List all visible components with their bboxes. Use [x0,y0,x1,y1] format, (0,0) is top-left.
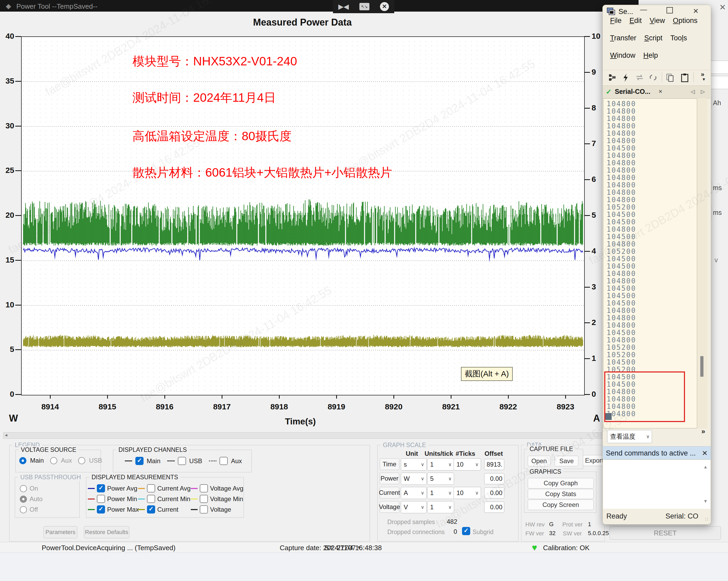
menu-transfer[interactable]: Transfer [610,34,636,42]
terminal-line: 104800 [603,130,707,137]
terminal-line: 105200 [603,203,707,211]
scale-current-ticks-combo[interactable]: 10∨ [453,487,481,499]
send-bar-close-icon[interactable]: ✕ [702,449,708,458]
resize-grip-icon[interactable]: ∷ [705,517,709,522]
menu-view[interactable]: View [650,17,665,25]
scroll-left-icon[interactable]: ◄ [4,433,8,438]
scale-power-unit-combo[interactable]: W∨ [401,473,427,485]
terminal-scrollbar-thumb[interactable] [700,356,703,377]
measurement-checkbox-current-avg[interactable] [147,484,155,492]
save-button[interactable]: Save [555,456,578,466]
terminal-line: 104500 [603,262,707,270]
parameters-button[interactable]: Parameters [44,526,77,538]
scale-current-unit-combo[interactable]: A∨ [401,487,427,499]
session-manager-icon[interactable] [608,73,616,82]
serial-number-dropdown-icon[interactable]: ▼ [357,545,362,550]
status-serial-number[interactable]: S#: 27707 [324,544,356,552]
subgrid-checkbox[interactable] [462,527,470,535]
send-commands-bar[interactable]: Send commands to active ... ✕ [603,446,711,460]
channel-checkbox-main[interactable] [135,457,144,465]
measurement-checkbox-current[interactable] [147,505,155,514]
command-input-area[interactable]: ▲ ▼ [603,460,710,509]
copy-stats-button[interactable]: Copy Stats [528,489,594,499]
scale-power-offset-field[interactable]: 0.00 [484,473,504,484]
scale-current-offset-field[interactable]: 0.00 [484,488,504,498]
left-axis-tick-label: 40 [1,32,14,40]
usb-passthrough-radio-on[interactable] [20,485,27,492]
chart-horizontal-scrollbar[interactable]: ◄ [3,432,603,439]
tab-serial-com[interactable]: Serial-CO... [615,88,650,95]
voltage-source-radio-aux[interactable] [50,457,57,464]
menu-window[interactable]: Window [610,51,635,60]
measurement-label: Voltage Min [210,495,243,503]
measurement-checkbox-power-min[interactable] [97,495,105,503]
toolbar-dropdown-icon[interactable]: ▼ [702,77,706,81]
scale-power-units-per-tick-combo[interactable]: 5∨ [427,473,454,485]
hidden-window-close-icon[interactable]: ✕ [719,3,726,12]
channel-checkbox-usb[interactable] [178,457,186,465]
switch-monitor-icon[interactable]: ▶◀ [338,3,349,11]
paste-icon[interactable] [681,73,689,82]
restore-defaults-button[interactable]: Restore Defaults [84,526,129,538]
measurement-checkbox-current-min[interactable] [147,495,155,503]
usb-passthrough-radio-off[interactable] [20,506,27,513]
left-axis-tick [15,81,21,82]
scale-voltage-unit-combo[interactable]: V∨ [401,501,427,513]
chart-annotation-4: 散热片材料：6061铝块+大铝散热片+小铝散热片 [132,165,392,181]
expand-icon[interactable]: ↖↘ [359,3,369,10]
open-button[interactable]: Open [528,456,550,466]
scale-time-unit-combo[interactable]: s∨ [401,459,427,471]
voltage-source-radio-usb[interactable] [78,457,85,464]
terminal-scrollbar[interactable] [697,98,707,428]
menu-file[interactable]: File [610,17,622,25]
tab-close-icon[interactable]: × [658,88,662,95]
prot-ver-value: 1 [588,521,591,528]
menu-row-2: TransferScriptTools [610,34,687,42]
reconnect-icon[interactable] [635,73,644,82]
waveform-canvas [22,37,584,395]
maximize-icon[interactable] [667,7,673,15]
left-axis-tick [15,215,21,216]
close-circle-icon[interactable]: ✕ [380,2,389,11]
channel-checkbox-aux[interactable] [219,457,228,465]
copy-graph-button[interactable]: Copy Graph [528,478,594,489]
measurement-checkbox-voltage[interactable] [200,505,208,514]
tab-scroll-left-icon[interactable]: ◁ [691,88,695,94]
measurement-checkbox-voltage-min[interactable] [200,495,208,503]
terminal-line: 104500 [603,255,707,262]
scale-time-units-per-tick-combo[interactable]: 1∨ [427,459,454,471]
minimize-icon[interactable]: — [640,5,647,14]
power-tool-title: Power Tool --TempSaved-- [16,2,97,10]
usb-passthrough-radio-auto[interactable] [20,496,27,503]
command-preset-combo[interactable]: 查看温度 ∨ [607,430,652,443]
reset-button[interactable]: RESET [609,526,721,540]
copy-screen-button[interactable]: Copy Screen [528,500,594,510]
scale-time-ticks-combo[interactable]: 10∨ [453,459,481,471]
menu-help[interactable]: Help [643,51,658,60]
measurement-checkbox-voltage-avg[interactable] [200,484,208,492]
measurement-checkbox-power-avg[interactable] [97,484,105,492]
menu-edit[interactable]: Edit [630,17,642,25]
tab-scroll-right-icon[interactable]: ▷ [701,88,705,94]
scale-voltage-offset-field[interactable]: 0.00 [484,502,504,513]
quick-connect-icon[interactable] [622,73,630,82]
cmd-scroll-down-icon[interactable]: ▼ [703,499,708,504]
menu-script[interactable]: Script [644,34,662,42]
scale-time-offset-field[interactable]: 8913. [484,459,504,470]
menu-tools[interactable]: Tools [671,34,687,42]
disconnect-icon[interactable] [649,73,657,82]
usb-passthrough-label: USB PASSTHROUGH [18,474,83,481]
terminal-line: 104800 [603,122,707,130]
copy-icon[interactable] [666,73,674,82]
scale-current-units-per-tick-combo[interactable]: 1∨ [427,487,454,499]
measurement-current: Current [138,505,178,514]
command-bar-overflow-icon[interactable]: » [701,427,705,436]
close-icon[interactable]: ✕ [693,7,699,15]
measurement-checkbox-power-max[interactable] [97,505,105,514]
menu-options[interactable]: Options [673,17,697,25]
voltage-source-radio-main[interactable] [19,457,26,464]
scale-voltage-units-per-tick-combo[interactable]: 1∨ [427,501,454,513]
chart-plot-area[interactable]: 模块型号：NHX53X2-V01-240 测试时间：2024年11月4日 高低温… [21,36,585,395]
terminal-line: 104800 [603,137,707,144]
cmd-scroll-up-icon[interactable]: ▲ [703,465,708,470]
